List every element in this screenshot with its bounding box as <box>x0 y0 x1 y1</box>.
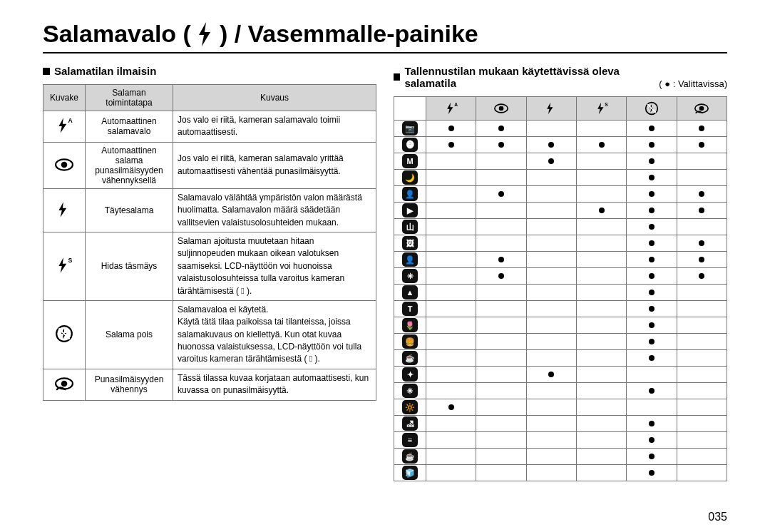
matrix-cell <box>476 334 526 350</box>
dot-icon <box>649 208 654 213</box>
mode-name: Hidas täsmäys <box>86 232 173 300</box>
matrix-cell <box>576 399 626 416</box>
matrix-row: 🅟 <box>394 137 727 153</box>
matrix-cell <box>526 252 576 268</box>
dot-icon <box>649 257 654 262</box>
flash-col-icon <box>526 97 576 121</box>
matrix-cell <box>526 203 576 219</box>
matrix-cell <box>476 219 526 235</box>
matrix-cell <box>576 137 626 153</box>
matrix-cell <box>476 301 526 317</box>
col-icon: Kuvake <box>43 85 86 111</box>
dot-icon <box>699 208 704 213</box>
matrix-cell <box>576 252 626 268</box>
matrix-cell <box>426 252 476 268</box>
mode-name: Täytesalama <box>86 188 173 232</box>
matrix-row: T <box>394 301 727 317</box>
matrix-cell <box>677 285 727 301</box>
matrix-row: 🖼 <box>394 235 727 252</box>
matrix-cell <box>627 399 677 416</box>
matrix-cell <box>526 432 576 449</box>
matrix-cell <box>677 235 727 252</box>
matrix-cell <box>426 137 476 153</box>
matrix-row: ☀ <box>394 383 727 399</box>
mode-name: Punasilmäisyyden vähennys <box>86 369 173 400</box>
mode-badge: 🔆 <box>394 399 426 416</box>
dot-icon <box>649 191 654 197</box>
matrix-row: 山 <box>394 219 727 235</box>
matrix-cell <box>476 186 526 203</box>
matrix-cell <box>426 317 476 334</box>
mode-badge: ≡ <box>394 432 426 449</box>
dot-icon <box>699 142 704 148</box>
dot-icon <box>649 306 654 312</box>
dot-icon <box>498 273 504 279</box>
matrix-cell <box>627 449 677 465</box>
svg-text:S: S <box>68 257 72 264</box>
matrix-cell <box>627 235 677 252</box>
dot-icon <box>599 208 605 213</box>
matrix-cell <box>576 268 626 285</box>
mode-badge: 🍔 <box>394 334 426 350</box>
svg-point-7 <box>61 381 68 387</box>
mode-desc: Jos valo ei riitä, kameran salamavalo to… <box>173 111 376 143</box>
flash-mode-table: Kuvake Salaman toimintatapa Kuvaus AAuto… <box>43 84 376 401</box>
matrix-cell <box>476 317 526 334</box>
dot-icon <box>548 372 554 377</box>
matrix-corner <box>394 97 426 121</box>
redeye-col-icon <box>476 97 526 121</box>
bullet-icon <box>43 68 50 75</box>
matrix-cell <box>576 465 626 481</box>
matrix-cell <box>627 252 677 268</box>
matrix-cell <box>576 285 626 301</box>
matrix-cell <box>576 203 626 219</box>
mode-desc: Salamavalo välähtää ympäristön valon mää… <box>173 188 376 232</box>
matrix-cell <box>576 121 626 137</box>
mode-badge: 🌷 <box>394 317 426 334</box>
matrix-row: 🌷 <box>394 317 727 334</box>
legend-text: ( ● : Valittavissa) <box>659 78 727 89</box>
matrix-cell <box>526 334 576 350</box>
matrix-cell <box>426 465 476 481</box>
page-number: 035 <box>708 511 727 523</box>
redeye-icon <box>43 142 86 188</box>
dot-icon <box>498 142 504 148</box>
matrix-cell <box>627 383 677 399</box>
matrix-cell <box>426 121 476 137</box>
matrix-cell <box>476 153 526 170</box>
mode-badge: M <box>394 153 426 170</box>
redeye-fix-icon <box>43 369 86 400</box>
matrix-cell <box>426 186 476 203</box>
table-row: AAutomaattinen salamavaloJos valo ei rii… <box>43 111 376 143</box>
matrix-cell <box>627 367 677 383</box>
matrix-cell <box>677 367 727 383</box>
svg-point-15 <box>699 106 704 111</box>
mode-badge: 🌙 <box>394 170 426 186</box>
matrix-cell <box>526 219 576 235</box>
matrix-cell <box>627 317 677 334</box>
matrix-cell <box>476 399 526 416</box>
dot-icon <box>599 142 605 148</box>
matrix-cell <box>526 416 576 432</box>
matrix-cell <box>426 301 476 317</box>
matrix-row: 🍔 <box>394 334 727 350</box>
col-desc: Kuvaus <box>173 85 376 111</box>
matrix-cell <box>526 301 576 317</box>
dot-icon <box>649 290 654 295</box>
matrix-cell <box>426 170 476 186</box>
matrix-cell <box>677 350 727 367</box>
matrix-cell <box>627 137 677 153</box>
svg-text:A: A <box>454 102 458 107</box>
matrix-cell <box>526 399 576 416</box>
matrix-cell <box>576 334 626 350</box>
table-row: SHidas täsmäysSalaman ajoitusta muutetaa… <box>43 232 376 300</box>
matrix-cell <box>476 285 526 301</box>
mode-badge: 🅟 <box>394 137 426 153</box>
matrix-cell <box>627 186 677 203</box>
page-title: Salamavalo ( ) / Vasemmalle-painike <box>43 20 727 53</box>
dot-icon <box>548 158 554 164</box>
matrix-cell <box>576 383 626 399</box>
mode-badge: ▶ <box>394 203 426 219</box>
dot-icon <box>649 322 654 328</box>
right-column: Tallennustilan mukaan käytettävissä olev… <box>394 65 727 481</box>
